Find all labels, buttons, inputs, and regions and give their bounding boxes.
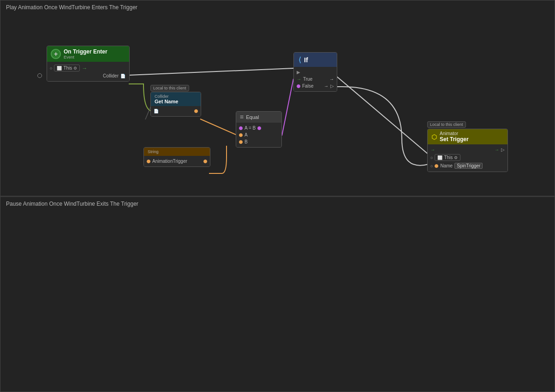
section2-title: Pause Animation Once WindTurbine Exits T…: [6, 201, 138, 207]
section-play-animation: Play Animation Once WindTurbine Enters T…: [0, 0, 555, 196]
anim-this-row-1: ○ ⬜ This ⚙: [430, 153, 505, 162]
string-value-row-1: AnimationTrigger: [147, 158, 207, 165]
equal-result-port: [239, 126, 243, 130]
on-trigger-enter-node: + On Trigger Enter Event ○ ⬜ This ⚙ →: [47, 46, 130, 82]
if-true-row: → True →: [297, 76, 334, 83]
anim-header-1: ⬡ Animator Set Trigger: [428, 129, 507, 144]
equal-b-port: [239, 140, 243, 144]
string-value-1: AnimationTrigger: [152, 159, 187, 164]
anim-this-label-1: This: [444, 155, 453, 160]
collider-row-1: Collider 📄: [50, 72, 126, 79]
equal-node-1: = Equal A = B A B: [236, 111, 282, 148]
string-body-1: AnimationTrigger: [144, 156, 210, 166]
equal-body-1: A = B A B: [236, 123, 281, 147]
local-badge-anim-1: Local to this client: [427, 121, 466, 128]
on-trigger-enter-header: + On Trigger Enter Event: [47, 46, 129, 62]
anim-exec-row: → → ▷: [430, 146, 505, 153]
anim-title-1: Animator: [440, 131, 469, 136]
anim-name-row-1: ○ Name SpinTrigger: [430, 162, 505, 170]
if-body-1: ▶ → True → False → ▷: [294, 67, 337, 91]
equal-header-1: = Equal: [236, 112, 281, 123]
local-badge-collider-1: Local to this client: [150, 85, 189, 91]
on-trigger-enter-title: On Trigger Enter: [64, 48, 107, 55]
anim-name-label-1: Name: [440, 163, 453, 168]
collider-body-1: 📄: [151, 106, 201, 116]
on-trigger-enter-body: ○ ⬜ This ⚙ → Collider 📄: [47, 62, 129, 81]
get-name-title-1: Get Name: [155, 99, 197, 104]
collider-header-1: Collider Get Name: [151, 92, 201, 106]
equal-a-row: A: [239, 131, 279, 138]
string-header-1: String: [144, 148, 210, 156]
outer-port-1: [37, 73, 42, 78]
anim-name-port-1: [435, 164, 438, 168]
if-true-label: True: [303, 77, 312, 82]
equal-ab-label: A = B: [245, 125, 256, 131]
if-false-row: False → ▷: [297, 83, 334, 89]
if-condition-port: [297, 84, 300, 88]
trigger-enter-icon: +: [51, 49, 61, 59]
string-out-port-1: [147, 160, 150, 163]
string-title-1: String: [148, 149, 206, 154]
anim-icon-1: ⬡: [431, 133, 437, 141]
collider-get-name-node-1: Collider Get Name 📄: [150, 92, 201, 117]
if-exec-in: ▶: [297, 69, 334, 76]
section-pause-animation: Pause Animation Once WindTurbine Exits T…: [0, 196, 555, 392]
string-anim-node-1: String AnimationTrigger: [143, 147, 210, 167]
if-icon-1: ⟨: [298, 55, 301, 64]
anim-name-value-1: SpinTrigger: [454, 163, 483, 169]
collider-in-row: 📄: [154, 108, 198, 114]
this-label-1: This: [63, 65, 72, 71]
equal-result-out: [257, 126, 261, 130]
animator-set-trigger-1: ⬡ Animator Set Trigger → → ▷ ○: [427, 129, 508, 172]
collider-out-port: [194, 109, 198, 113]
graph-container: Play Animation Once WindTurbine Enters T…: [0, 0, 555, 392]
section1-title: Play Animation Once WindTurbine Enters T…: [6, 4, 137, 11]
equal-a-label: A: [245, 132, 248, 137]
equal-condition-row: A = B: [239, 125, 279, 131]
collider-label-1: Collider: [103, 73, 119, 78]
equal-b-label: B: [245, 139, 248, 144]
equal-label-1: Equal: [246, 114, 259, 120]
if-node-1: ⟨ If ▶ → True → False → ▷: [293, 52, 337, 92]
this-row-1: ○ ⬜ This ⚙ →: [50, 64, 126, 72]
wire-canvas-2: [0, 197, 555, 392]
anim-label-1: Set Trigger: [440, 136, 469, 143]
if-label-1: If: [304, 56, 308, 64]
if-header-1: ⟨ If: [294, 53, 337, 67]
string-right-port-1: [203, 160, 207, 163]
equal-a-port: [239, 133, 243, 137]
on-trigger-enter-subtitle: Event: [64, 55, 107, 59]
collider-title-1: Collider: [155, 94, 197, 99]
this-exec-arrow-1: →: [82, 65, 87, 71]
anim-body-1: → → ▷ ○ ⬜ This ⚙ ○ Name: [428, 144, 507, 172]
equal-b-row: B: [239, 138, 279, 145]
if-false-label: False: [302, 83, 313, 89]
